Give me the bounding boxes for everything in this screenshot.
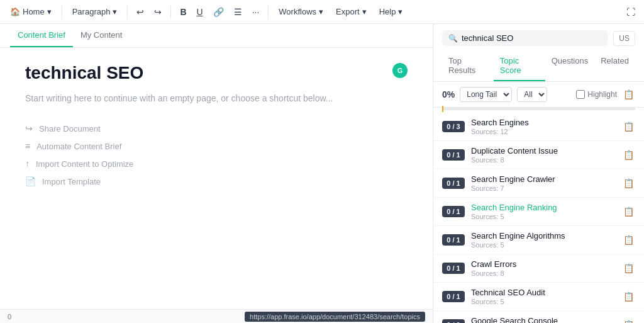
topic-name: Search Engine Algorithms [471,231,616,241]
doc-options-button[interactable]: 📋 [622,88,635,101]
divider-4 [268,6,269,18]
list-button[interactable]: ☰ [230,4,246,20]
topic-sources: Sources: 8 [471,156,616,164]
topic-info: Google Search Console Sources: 3 [471,316,616,323]
tab-topic-score[interactable]: Topic Score [494,51,545,81]
shortcut-import-template-label: Import Template [42,177,101,186]
more-button[interactable]: ··· [248,4,264,20]
highlight-checkbox[interactable] [576,90,585,99]
right-panel-header: 🔍 US Top Results Topic Score Questions R… [433,24,644,82]
tab-content-brief[interactable]: Content Brief [10,24,73,47]
locale-badge[interactable]: US [613,31,635,46]
all-filter[interactable]: All [517,87,547,102]
topic-info: Search Engine Algorithms Sources: 5 [471,231,616,249]
editor-tabs: Content Brief My Content [0,24,433,48]
shortcut-share[interactable]: ↪ Share Document [25,123,408,133]
topic-row: 0 / 2 Google Search Console Sources: 3 📋 [433,311,644,323]
undo-button[interactable]: ↩ [133,4,148,20]
topic-row: 0 / 1 Search Engine Algorithms Sources: … [433,226,644,254]
topic-copy-button[interactable]: 📋 [622,120,635,133]
topic-copy-button[interactable]: 📋 [622,262,635,275]
topic-row: 0 / 1 Crawl Errors Sources: 8 📋 [433,254,644,283]
import-optimize-icon: ↑ [25,159,30,169]
toolbar: 🏠 Home ▾ Paragraph ▾ ↩ ↪ B U 🔗 ☰ ··· Wor… [0,0,644,24]
topic-copy-button[interactable]: 📋 [622,205,635,218]
shortcut-automate-label: Automate Content Brief [36,142,121,151]
home-label: Home [23,7,45,16]
help-chevron-icon: ▾ [398,7,402,16]
progress-bar-area [433,108,644,113]
score-percentage: 0% [442,89,455,99]
topic-info: Search Engines Sources: 12 [471,118,616,135]
topic-row: 0 / 1 Search Engine Ranking Sources: 5 📋 [433,198,644,226]
help-button[interactable]: Help ▾ [374,4,408,19]
bold-button[interactable]: B [176,4,190,20]
topic-sources: Sources: 7 [471,184,616,192]
shortcut-import-template[interactable]: 📄 Import Template [25,176,408,186]
topic-score-badge: 0 / 1 [442,178,465,189]
search-input[interactable] [462,33,602,43]
progress-marker [442,106,443,112]
shortcut-import-optimize[interactable]: ↑ Import Content to Optimize [25,159,408,169]
word-count: 0 [8,313,11,320]
topic-sources: Sources: 8 [471,269,616,277]
workflows-label: Workflows [279,7,316,16]
topic-sources: Sources: 12 [471,128,616,135]
export-button[interactable]: Export ▾ [331,4,372,19]
topic-copy-button[interactable]: 📋 [622,149,635,161]
doc-placeholder: Start writing here to continue with an e… [25,93,408,103]
divider-2 [127,6,128,18]
shortcut-share-label: Share Document [39,124,101,133]
topic-name: Crawl Errors [471,259,616,269]
share-icon: ↪ [25,123,33,133]
progress-track [442,108,635,110]
editor-content: G technical SEO Start writing here to co… [0,48,433,309]
topic-sources: Sources: 5 [471,213,616,220]
topic-info: Duplicate Content Issue Sources: 8 [471,146,616,164]
filter-row: 0% Long Tail All Highlight 📋 [433,82,644,108]
doc-title[interactable]: technical SEO [25,63,408,83]
highlight-wrap: Highlight [576,90,617,99]
topic-info: Crawl Errors Sources: 8 [471,259,616,277]
topic-copy-button[interactable]: 📋 [622,290,635,303]
topic-sources: Sources: 5 [471,241,616,249]
topic-score-badge: 0 / 1 [442,263,465,274]
shortcut-list: ↪ Share Document ≡ Automate Content Brie… [25,123,408,186]
panel-tabs: Top Results Topic Score Questions Relate… [442,51,635,81]
tab-my-content[interactable]: My Content [73,24,130,47]
import-template-icon: 📄 [25,176,36,186]
paragraph-dropdown[interactable]: Paragraph ▾ [67,4,123,19]
topic-copy-button[interactable]: 📋 [622,234,635,246]
topic-copy-button[interactable]: 📋 [622,177,635,190]
shortcut-import-optimize-label: Import Content to Optimize [36,159,133,169]
fullscreen-button[interactable]: ⛶ [623,4,639,20]
tab-questions[interactable]: Questions [545,51,595,81]
topic-row: 0 / 1 Technical SEO Audit Sources: 5 📋 [433,283,644,311]
topic-score-badge: 0 / 1 [442,291,465,302]
highlight-label: Highlight [587,90,617,99]
home-button[interactable]: 🏠 Home ▾ [5,4,57,19]
divider-1 [62,6,62,18]
link-button[interactable]: 🔗 [209,4,228,20]
divider-3 [170,6,171,18]
longtail-filter[interactable]: Long Tail [460,87,512,102]
editor-status: 0 https://app.frase.io/app/document/3124… [0,309,433,323]
main-area: Content Brief My Content G technical SEO… [0,24,644,323]
editor-panel: Content Brief My Content G technical SEO… [0,24,433,323]
workflows-button[interactable]: Workflows ▾ [274,4,328,19]
paragraph-label: Paragraph [72,7,111,16]
tab-top-results[interactable]: Top Results [442,51,494,81]
status-url: https://app.frase.io/app/document/312483… [245,312,425,322]
redo-button[interactable]: ↪ [150,4,165,20]
paragraph-chevron-icon: ▾ [113,7,117,16]
topic-name: Google Search Console [471,316,616,323]
underline-button[interactable]: U [193,4,207,20]
tab-related[interactable]: Related [594,51,635,81]
topic-copy-button[interactable]: 📋 [622,319,635,323]
automate-icon: ≡ [25,141,30,151]
topic-row: 0 / 1 Search Engine Crawler Sources: 7 📋 [433,169,644,198]
topic-row: 0 / 1 Duplicate Content Issue Sources: 8… [433,141,644,169]
search-icon: 🔍 [448,34,458,43]
shortcut-automate[interactable]: ≡ Automate Content Brief [25,141,408,151]
topic-name: Technical SEO Audit [471,288,616,297]
